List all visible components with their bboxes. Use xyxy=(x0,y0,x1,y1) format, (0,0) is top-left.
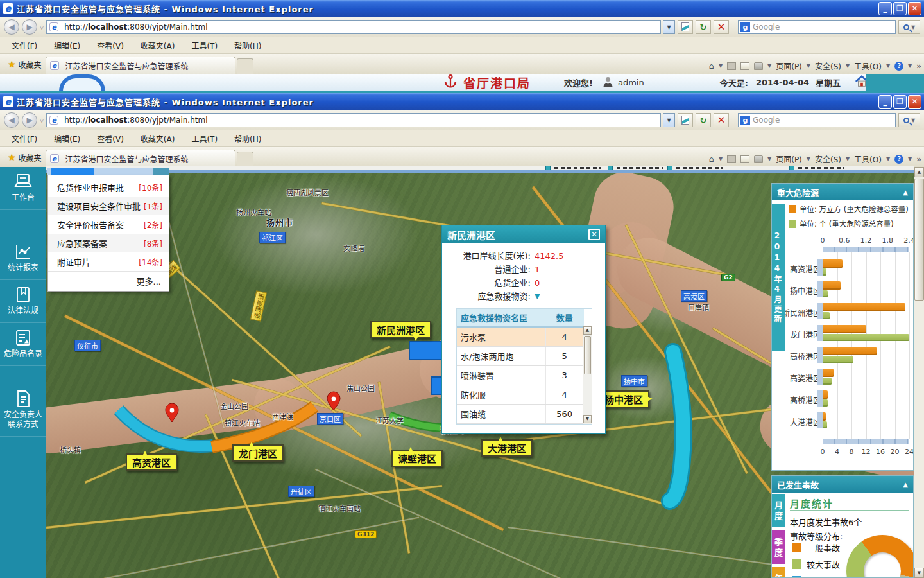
workspace-menu-item[interactable]: 危货作业申报审批[10条] xyxy=(48,178,169,197)
page-scrollbar[interactable]: ▲ ▼ xyxy=(914,167,924,578)
layer-checkbox[interactable] xyxy=(667,166,672,170)
port-area-callout[interactable]: 高资港区 xyxy=(126,453,177,471)
browser-menu-3[interactable]: 收藏夹(A) xyxy=(141,133,175,144)
chevron-down-icon[interactable]: ▼ xyxy=(846,156,850,162)
scroll-up-icon[interactable]: ▲ xyxy=(583,326,592,335)
close-button[interactable]: ✕ xyxy=(908,2,921,15)
workspace-menu-item[interactable]: 建设项目安全条件审批[1条] xyxy=(48,197,169,215)
toolbar-item-1[interactable]: 安全(S) xyxy=(815,60,841,71)
favorites-button[interactable]: ★收藏夹 xyxy=(4,57,46,72)
browser-tab[interactable]: e江苏省港口安全监管与应急管理系统 xyxy=(46,57,235,74)
new-tab-stub[interactable] xyxy=(237,58,253,74)
chevron-down-icon[interactable]: ▼ xyxy=(886,63,890,69)
layer-checkbox[interactable] xyxy=(608,166,613,170)
chevron-down-icon[interactable]: ▼ xyxy=(807,63,810,69)
scroll-down-icon[interactable]: ▼ xyxy=(914,568,924,578)
maximize-button[interactable]: ❐ xyxy=(893,95,907,109)
search-button[interactable]: ▼ xyxy=(898,20,920,34)
toolbar-item-2[interactable]: 工具(O) xyxy=(854,153,882,164)
refresh-button[interactable]: ↻ xyxy=(696,113,711,127)
forward-button[interactable]: ▶ xyxy=(22,112,37,128)
maximize-button[interactable]: ❐ xyxy=(893,2,907,15)
port-area-callout[interactable]: 新民洲港区 xyxy=(370,321,431,338)
history-dropdown-icon[interactable]: ▽ xyxy=(40,24,44,30)
overflow-chevron-icon[interactable]: » xyxy=(916,155,921,164)
table-row[interactable]: 防化服4 xyxy=(457,385,584,405)
refresh-button[interactable]: ↻ xyxy=(696,20,711,34)
port-area-callout[interactable]: 大港港区 xyxy=(481,439,533,457)
help-icon[interactable]: ? xyxy=(894,62,903,71)
collapse-up-icon[interactable]: ▲ xyxy=(903,481,908,488)
print-icon[interactable] xyxy=(754,62,763,70)
browser-menu-2[interactable]: 查看(V) xyxy=(97,133,124,144)
url-dropdown-icon[interactable]: ▼ xyxy=(663,113,675,127)
sidebar-item-reports[interactable]: 统计报表 xyxy=(0,237,46,280)
overflow-chevron-icon[interactable]: » xyxy=(916,62,921,71)
url-dropdown-icon[interactable]: ▼ xyxy=(663,20,675,34)
browser-menu-1[interactable]: 编辑(E) xyxy=(54,40,80,51)
home-icon[interactable]: ⌂ xyxy=(709,154,714,164)
table-row[interactable]: 污水泵4 xyxy=(457,327,584,347)
collapse-up-icon[interactable]: ▲ xyxy=(903,189,908,196)
forward-button[interactable]: ▶ xyxy=(22,19,37,35)
stop-button[interactable]: ✕ xyxy=(714,20,729,34)
port-area-callout[interactable]: 谏壁港区 xyxy=(391,450,443,467)
search-input[interactable]: gGoogle xyxy=(738,20,896,34)
compatibility-view-button[interactable] xyxy=(678,20,693,34)
browser-menu-3[interactable]: 收藏夹(A) xyxy=(141,40,175,51)
scroll-thumb[interactable] xyxy=(914,179,924,301)
browser-menu-5[interactable]: 帮助(H) xyxy=(234,133,261,144)
back-button[interactable]: ◀ xyxy=(4,112,19,128)
browser-menu-5[interactable]: 帮助(H) xyxy=(234,40,261,51)
favorites-button[interactable]: ★收藏夹 xyxy=(4,150,46,165)
toolbar-item-0[interactable]: 页面(P) xyxy=(776,153,802,164)
close-button[interactable]: ✕ xyxy=(908,95,921,109)
period-tab-1[interactable]: 季度 xyxy=(772,530,785,564)
back-button[interactable]: ◀ xyxy=(4,19,19,35)
mail-icon[interactable] xyxy=(740,155,749,163)
browser-menu-0[interactable]: 文件(F) xyxy=(12,40,37,51)
hazard-panel-header[interactable]: 重大危险源 ▲ xyxy=(772,184,913,200)
workspace-menu-item[interactable]: 安全评价报告备案[2条] xyxy=(48,215,169,234)
feeds-icon[interactable] xyxy=(727,155,736,163)
layer-checkbox[interactable] xyxy=(545,166,551,170)
browser-tab[interactable]: e江苏省港口安全监管与应急管理系统 xyxy=(46,150,235,167)
history-dropdown-icon[interactable]: ▽ xyxy=(40,118,44,123)
sidebar-item-hazard-list[interactable]: 危险品名录 xyxy=(0,323,46,366)
layer-checkbox[interactable] xyxy=(789,166,794,170)
chevron-down-icon[interactable]: ▼ xyxy=(807,156,810,162)
dialog-close-icon[interactable]: ✕ xyxy=(588,229,600,240)
compatibility-view-button[interactable] xyxy=(678,113,693,127)
browser-menu-2[interactable]: 查看(V) xyxy=(97,40,124,51)
toolbar-item-2[interactable]: 工具(O) xyxy=(854,60,882,71)
scroll-thumb[interactable] xyxy=(584,336,591,374)
browser-menu-0[interactable]: 文件(F) xyxy=(12,133,37,144)
toolbar-item-1[interactable]: 安全(S) xyxy=(815,153,841,164)
browser-menu-1[interactable]: 编辑(E) xyxy=(54,133,80,144)
minimize-button[interactable]: _ xyxy=(878,2,892,15)
url-input[interactable]: ehttp://localhost:8080/yjpt/Main.html xyxy=(46,113,661,127)
browser-menu-4[interactable]: 工具(T) xyxy=(191,133,218,144)
url-input[interactable]: ehttp://localhost:8080/yjpt/Main.html xyxy=(46,20,661,34)
toolbar-item-0[interactable]: 页面(P) xyxy=(776,60,802,71)
help-icon[interactable]: ? xyxy=(894,155,903,164)
sidebar-item-safety-contacts[interactable]: 安全负责人联系方式 xyxy=(0,384,46,437)
home-icon[interactable]: ⌂ xyxy=(709,61,714,71)
workspace-menu-item[interactable]: 附证审片[14条] xyxy=(48,252,169,271)
sidebar-item-workbench[interactable]: 工作台 xyxy=(0,167,46,210)
table-scrollbar[interactable]: ▲ ▼ xyxy=(583,326,592,424)
search-input[interactable]: gGoogle xyxy=(738,113,896,127)
browser-menu-4[interactable]: 工具(T) xyxy=(191,40,218,51)
table-row[interactable]: 水/泡沫两用炮5 xyxy=(457,347,584,366)
new-tab-stub[interactable] xyxy=(237,152,253,167)
minimize-button[interactable]: _ xyxy=(878,95,892,109)
feeds-icon[interactable] xyxy=(727,62,736,70)
period-tab-2[interactable]: 年度 xyxy=(772,567,785,578)
window-titlebar[interactable]: e江苏省港口安全监管与应急管理系统 - Windows Internet Exp… xyxy=(0,0,924,17)
workspace-menu-item[interactable]: 应急预案备案[8条] xyxy=(48,234,169,252)
scroll-up-icon[interactable]: ▲ xyxy=(914,167,924,177)
search-button[interactable]: ▼ xyxy=(898,113,920,127)
dialog-titlebar[interactable]: 新民洲港区 ✕ xyxy=(442,225,605,243)
mail-icon[interactable] xyxy=(740,62,749,70)
chevron-down-icon[interactable]: ▼ xyxy=(846,63,850,69)
